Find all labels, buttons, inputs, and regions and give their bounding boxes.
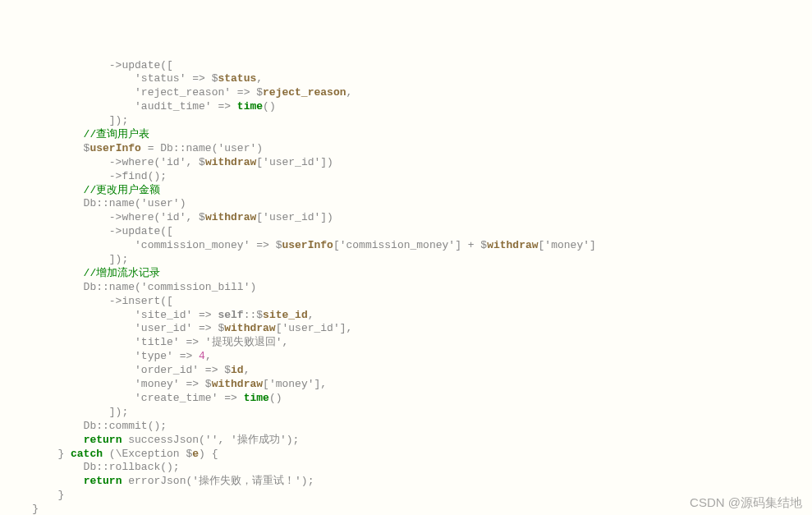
code-line: 'status' => $status, [7,72,805,86]
code-line: Db::name('commission_bill') [7,281,805,295]
code-line: 'reject_reason' => $reject_reason, [7,86,805,100]
code-line: Db::name('user') [7,197,805,211]
code-line: 'money' => $withdraw['money'], [7,378,805,392]
code-block: ->update([ 'status' => $status, 'reject_… [7,59,805,515]
code-line: return successJson('', '操作成功'); [7,434,805,448]
code-line: } [7,489,805,503]
code-line: ->update([ [7,225,805,239]
code-line: ->where('id', $withdraw['user_id']) [7,211,805,225]
code-line: Db::rollback(); [7,461,805,475]
code-line: ]); [7,114,805,128]
code-line: 'user_id' => $withdraw['user_id'], [7,322,805,336]
code-line: //增加流水记录 [7,267,805,281]
code-line: ->find(); [7,170,805,184]
code-line: 'order_id' => $id, [7,364,805,378]
code-line: Db::commit(); [7,420,805,434]
code-line: 'commission_money' => $userInfo['commiss… [7,239,805,253]
code-line: 'site_id' => self::$site_id, [7,309,805,323]
code-line: //查询用户表 [7,128,805,142]
code-line: 'type' => 4, [7,350,805,364]
code-line: } catch (\Exception $e) { [7,448,805,462]
code-line: ]); [7,253,805,267]
code-line: } [7,503,805,515]
csdn-watermark: CSDN @源码集结地 [690,494,802,511]
code-line: 'create_time' => time() [7,392,805,406]
code-line: ->update([ [7,59,805,73]
code-line: ]); [7,406,805,420]
code-line: 'audit_time' => time() [7,100,805,114]
code-line: ->where('id', $withdraw['user_id']) [7,156,805,170]
code-line: 'title' => '提现失败退回', [7,336,805,350]
code-line: return errorJson('操作失败，请重试！'); [7,475,805,489]
code-line: $userInfo = Db::name('user') [7,142,805,156]
code-line: //更改用户金额 [7,184,805,198]
code-line: ->insert([ [7,295,805,309]
